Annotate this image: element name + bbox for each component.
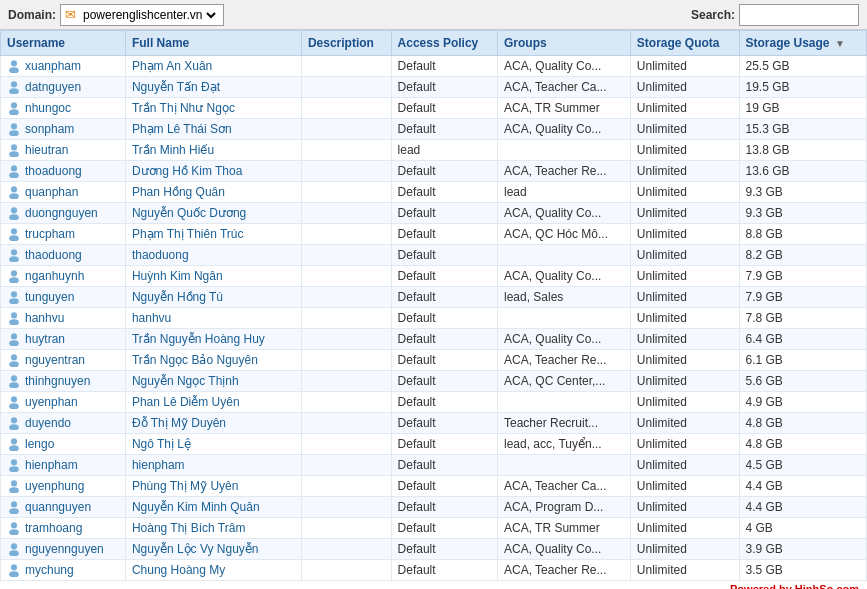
username-text: huytran: [25, 332, 65, 346]
table-body: xuanphamPhạm An XuânDefaultACA, Quality …: [1, 56, 867, 581]
svg-point-22: [11, 291, 17, 297]
cell-description: [301, 497, 391, 518]
username-text: duyendo: [25, 416, 71, 430]
svg-point-38: [11, 459, 17, 465]
cell-storage-quota: Unlimited: [630, 497, 739, 518]
cell-storage-usage: 13.6 GB: [739, 161, 867, 182]
cell-access-policy: Default: [391, 371, 497, 392]
cell-description: [301, 77, 391, 98]
cell-access-policy: lead: [391, 140, 497, 161]
cell-storage-quota: Unlimited: [630, 161, 739, 182]
domain-dropdown[interactable]: powerenglishcenter.vn: [79, 7, 219, 23]
table-row: nguyentranTrần Ngọc Bảo NguyênDefaultACA…: [1, 350, 867, 371]
cell-storage-quota: Unlimited: [630, 350, 739, 371]
cell-groups: ACA, QC Hóc Mô...: [497, 224, 630, 245]
cell-storage-usage: 3.5 GB: [739, 560, 867, 581]
svg-point-25: [9, 319, 19, 325]
user-icon: [7, 437, 21, 451]
svg-point-10: [11, 165, 17, 171]
search-section: Search:: [691, 4, 859, 26]
cell-groups: ACA, Teacher Re...: [497, 560, 630, 581]
cell-fullname: Phùng Thị Mỹ Uyên: [125, 476, 301, 497]
user-icon: [7, 332, 21, 346]
svg-point-42: [11, 501, 17, 507]
user-icon: [7, 353, 21, 367]
cell-storage-quota: Unlimited: [630, 182, 739, 203]
cell-description: [301, 140, 391, 161]
table-row: datnguyenNguyễn Tấn ĐạtDefaultACA, Teach…: [1, 77, 867, 98]
cell-description: [301, 266, 391, 287]
svg-point-32: [11, 396, 17, 402]
table-header: Username Full Name Description Access Po…: [1, 31, 867, 56]
cell-fullname: Nguyễn Tấn Đạt: [125, 77, 301, 98]
svg-point-3: [9, 88, 19, 94]
cell-fullname: Phạm Lê Thái Sơn: [125, 119, 301, 140]
svg-point-33: [9, 403, 19, 409]
cell-username: thaoduong: [1, 245, 126, 266]
cell-description: [301, 392, 391, 413]
username-text: uyenphan: [25, 395, 78, 409]
svg-point-39: [9, 466, 19, 472]
svg-point-8: [11, 144, 17, 150]
cell-username: nganhuynh: [1, 266, 126, 287]
svg-point-43: [9, 508, 19, 514]
svg-point-26: [11, 333, 17, 339]
svg-point-2: [11, 81, 17, 87]
cell-access-policy: Default: [391, 98, 497, 119]
cell-fullname: thaoduong: [125, 245, 301, 266]
cell-username: huytran: [1, 329, 126, 350]
cell-fullname: Huỳnh Kim Ngân: [125, 266, 301, 287]
cell-username: duongnguyen: [1, 203, 126, 224]
search-input[interactable]: [739, 4, 859, 26]
svg-point-13: [9, 193, 19, 199]
cell-storage-usage: 9.3 GB: [739, 203, 867, 224]
user-icon: [7, 458, 21, 472]
cell-username: duyendo: [1, 413, 126, 434]
footer-note: Powered by HinhSo.com: [0, 581, 867, 589]
user-icon: [7, 416, 21, 430]
cell-description: [301, 476, 391, 497]
username-text: tunguyen: [25, 290, 74, 304]
cell-description: [301, 413, 391, 434]
cell-fullname: Trần Minh Hiếu: [125, 140, 301, 161]
cell-description: [301, 182, 391, 203]
cell-fullname: Đỗ Thị Mỹ Duyên: [125, 413, 301, 434]
username-text: trucpham: [25, 227, 75, 241]
svg-point-49: [9, 571, 19, 577]
domain-select-container[interactable]: ✉ powerenglishcenter.vn: [60, 4, 224, 26]
svg-point-24: [11, 312, 17, 318]
cell-username: uyenphan: [1, 392, 126, 413]
cell-storage-quota: Unlimited: [630, 98, 739, 119]
cell-description: [301, 56, 391, 77]
cell-groups: ACA, Quality Co...: [497, 539, 630, 560]
user-icon: [7, 269, 21, 283]
cell-groups: ACA, Quality Co...: [497, 203, 630, 224]
cell-access-policy: Default: [391, 476, 497, 497]
username-text: tramhoang: [25, 521, 82, 535]
domain-section: Domain: ✉ powerenglishcenter.vn: [8, 4, 224, 26]
cell-access-policy: Default: [391, 287, 497, 308]
cell-access-policy: Default: [391, 392, 497, 413]
cell-description: [301, 224, 391, 245]
svg-point-41: [9, 487, 19, 493]
svg-point-46: [11, 543, 17, 549]
cell-fullname: Phạm An Xuân: [125, 56, 301, 77]
cell-fullname: hienpham: [125, 455, 301, 476]
table-row: duyendoĐỗ Thị Mỹ DuyênDefaultTeacher Rec…: [1, 413, 867, 434]
cell-description: [301, 350, 391, 371]
cell-storage-quota: Unlimited: [630, 308, 739, 329]
table-row: sonphamPhạm Lê Thái SơnDefaultACA, Quali…: [1, 119, 867, 140]
cell-storage-usage: 4.4 GB: [739, 476, 867, 497]
svg-point-16: [11, 228, 17, 234]
username-text: nguyentran: [25, 353, 85, 367]
svg-point-29: [9, 361, 19, 367]
user-icon: [7, 206, 21, 220]
table-row: thinhgnuyenNguyễn Ngọc ThịnhDefaultACA, …: [1, 371, 867, 392]
cell-access-policy: Default: [391, 245, 497, 266]
cell-description: [301, 518, 391, 539]
svg-point-44: [11, 522, 17, 528]
cell-storage-quota: Unlimited: [630, 119, 739, 140]
cell-storage-usage: 8.8 GB: [739, 224, 867, 245]
top-bar: Domain: ✉ powerenglishcenter.vn Search:: [0, 0, 867, 30]
username-text: lengo: [25, 437, 54, 451]
